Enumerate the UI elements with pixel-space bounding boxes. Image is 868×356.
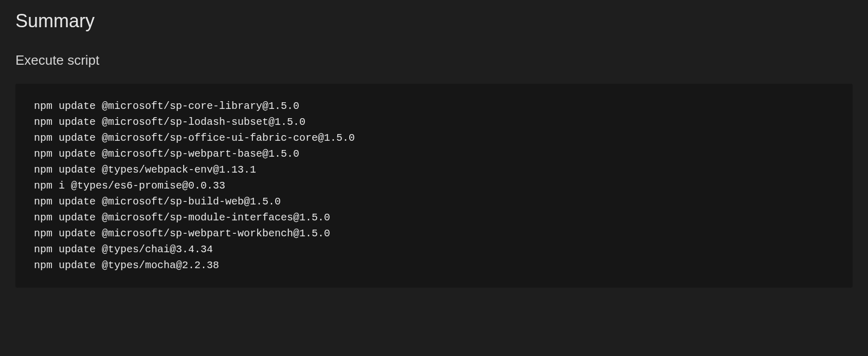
script-line: npm update @types/mocha@2.2.38 xyxy=(34,257,834,273)
script-line: npm update @microsoft/sp-core-library@1.… xyxy=(34,98,834,114)
script-line: npm update @microsoft/sp-webpart-base@1.… xyxy=(34,146,834,162)
script-line: npm update @types/chai@3.4.34 xyxy=(34,241,834,257)
execute-script-heading: Execute script xyxy=(15,52,853,68)
script-line: npm update @microsoft/sp-office-ui-fabri… xyxy=(34,130,834,146)
script-line: npm update @microsoft/sp-webpart-workben… xyxy=(34,226,834,241)
script-line: npm update @microsoft/sp-build-web@1.5.0 xyxy=(34,194,834,210)
script-line: npm i @types/es6-promise@0.0.33 xyxy=(34,178,834,194)
script-code-block[interactable]: npm update @microsoft/sp-core-library@1.… xyxy=(15,84,853,288)
summary-heading: Summary xyxy=(15,10,853,32)
script-line: npm update @types/webpack-env@1.13.1 xyxy=(34,162,834,178)
script-line: npm update @microsoft/sp-lodash-subset@1… xyxy=(34,114,834,130)
script-line: npm update @microsoft/sp-module-interfac… xyxy=(34,210,834,226)
